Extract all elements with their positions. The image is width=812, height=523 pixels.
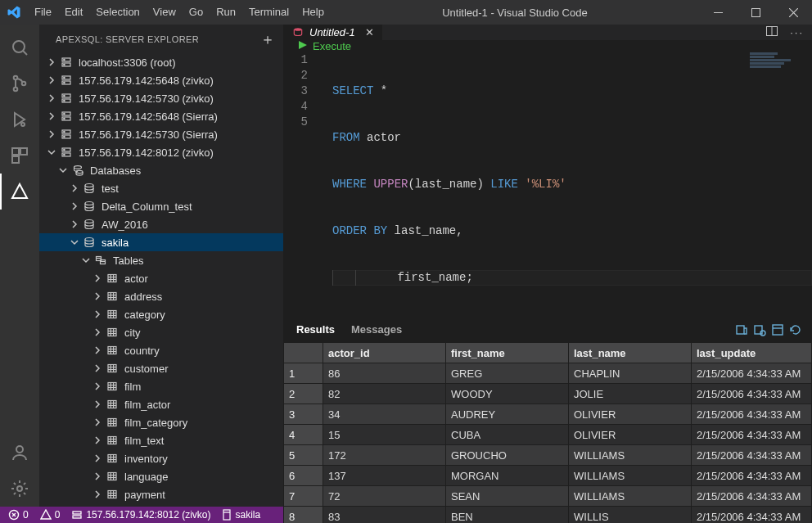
table-address[interactable]: address [39,287,283,305]
table-language[interactable]: language [39,467,283,485]
cell[interactable]: CHAPLIN [569,363,692,384]
results-grid[interactable]: actor_idfirst_namelast_namelast_update 1… [283,342,812,523]
cell[interactable]: 2/15/2006 4:34:33 AM [692,466,812,486]
activity-settings-icon[interactable] [0,471,39,507]
cell[interactable]: WOODY [446,384,569,404]
close-icon[interactable]: ✕ [365,26,374,38]
cell[interactable]: 72 [323,486,446,507]
server-explorer-tree[interactable]: localhost:3306 (root)157.56.179.142:5648… [39,53,283,507]
menu-edit[interactable]: Edit [58,0,89,25]
cell[interactable]: 86 [323,363,446,384]
server-4[interactable]: 157.56.179.142:5730 (Sierra) [39,125,283,143]
activity-explorer-icon[interactable] [0,29,39,65]
table-film_actor[interactable]: film_actor [39,395,283,413]
cell[interactable]: SEAN [446,486,569,507]
column-header-last_update[interactable]: last_update [692,343,812,363]
database-Delta_Column_test[interactable]: Delta_Column_test [39,197,283,215]
cell[interactable]: 137 [323,466,446,486]
database-AW_2016[interactable]: AW_2016 [39,215,283,233]
menu-go[interactable]: Go [183,0,210,25]
export-icon-3[interactable] [771,323,784,336]
status-errors[interactable]: 0 [8,509,29,521]
column-header-actor_id[interactable]: actor_id [323,343,446,363]
table-category[interactable]: category [39,305,283,323]
cell[interactable]: WILLIAMS [569,466,692,486]
execute-button[interactable]: Execute [313,40,351,52]
maximize-button[interactable] [737,0,774,25]
table-row[interactable]: 334AUDREYOLIVIER2/15/2006 4:34:33 AM [284,404,812,425]
cell[interactable]: 2/15/2006 4:34:33 AM [692,404,812,425]
add-connection-button[interactable]: ＋ [260,32,275,47]
table-row[interactable]: 282WOODYJOLIE2/15/2006 4:34:33 AM [284,384,812,404]
table-payment[interactable]: payment [39,485,283,503]
menu-file[interactable]: File [28,0,58,25]
activity-accounts-icon[interactable] [0,435,39,471]
status-database[interactable]: sakila [222,509,260,521]
cell[interactable]: 2/15/2006 4:34:33 AM [692,363,812,384]
cell[interactable]: 2/15/2006 4:34:33 AM [692,384,812,404]
cell[interactable]: CUBA [446,425,569,445]
cell[interactable]: BEN [446,507,569,524]
status-connection[interactable]: 157.56.179.142:8012 (zivko) [71,509,210,521]
cell[interactable]: WILLIAMS [569,445,692,466]
table-row[interactable]: 5172GROUCHOWILLIAMS2/15/2006 4:34:33 AM [284,445,812,466]
tab-messages[interactable]: Messages [343,318,410,342]
table-row[interactable]: 883BENWILLIS2/15/2006 4:34:33 AM [284,507,812,524]
table-inventory[interactable]: inventory [39,449,283,467]
table-film_text[interactable]: film_text [39,431,283,449]
column-header-last_name[interactable]: last_name [569,343,692,363]
menu-terminal[interactable]: Terminal [242,0,295,25]
cell[interactable]: GREG [446,363,569,384]
cell[interactable]: 82 [323,384,446,404]
menu-help[interactable]: Help [295,0,331,25]
table-row[interactable]: 772SEANWILLIAMS2/15/2006 4:34:33 AM [284,486,812,507]
cell[interactable]: OLIVIER [569,425,692,445]
editor-tab-untitled-1[interactable]: Untitled-1 ✕ [283,25,383,40]
menu-run[interactable]: Run [210,0,242,25]
table-film[interactable]: film [39,377,283,395]
cell[interactable]: JOLIE [569,384,692,404]
table-actor[interactable]: actor [39,269,283,287]
activity-extensions-icon[interactable] [0,138,39,174]
cell[interactable]: WILLIS [569,507,692,524]
table-film_category[interactable]: film_category [39,413,283,431]
cell[interactable]: OLIVIER [569,404,692,425]
server-5[interactable]: 157.56.179.142:8012 (zivko) [39,143,283,161]
column-header-first_name[interactable]: first_name [446,343,569,363]
table-row[interactable]: 6137MORGANWILLIAMS2/15/2006 4:34:33 AM [284,466,812,486]
play-icon[interactable] [298,40,308,52]
status-warnings[interactable]: 0 [40,509,61,521]
close-button[interactable] [774,0,812,25]
cell[interactable]: 15 [323,425,446,445]
cell[interactable]: MORGAN [446,466,569,486]
cell[interactable]: GROUCHO [446,445,569,466]
server-1[interactable]: 157.56.179.142:5648 (zivko) [39,71,283,89]
table-city[interactable]: city [39,323,283,341]
cell[interactable]: 83 [323,507,446,524]
tab-results[interactable]: Results [288,318,343,342]
activity-apexsql-icon[interactable] [0,174,39,210]
server-2[interactable]: 157.56.179.142:5730 (zivko) [39,89,283,107]
server-3[interactable]: 157.56.179.142:5648 (Sierra) [39,107,283,125]
export-icon-2[interactable] [753,323,766,336]
table-row[interactable]: 415CUBAOLIVIER2/15/2006 4:34:33 AM [284,425,812,445]
menu-selection[interactable]: Selection [89,0,146,25]
activity-run-icon[interactable] [0,101,39,138]
database-test[interactable]: test [39,179,283,197]
database-sakila[interactable]: sakila [39,233,283,251]
cell[interactable]: 172 [323,445,446,466]
databases-folder[interactable]: Databases [39,161,283,179]
table-country[interactable]: country [39,341,283,359]
server-0[interactable]: localhost:3306 (root) [39,53,283,71]
tables-folder[interactable]: Tables [39,251,283,269]
split-editor-icon[interactable] [765,25,778,40]
cell[interactable]: WILLIAMS [569,486,692,507]
cell[interactable]: 2/15/2006 4:34:33 AM [692,425,812,445]
table-customer[interactable]: customer [39,359,283,377]
export-icon[interactable] [735,323,748,336]
cell[interactable]: 34 [323,404,446,425]
minimize-button[interactable] [699,0,737,25]
minimap[interactable] [750,52,799,70]
cell[interactable]: 2/15/2006 4:34:33 AM [692,445,812,466]
cell[interactable]: 2/15/2006 4:34:33 AM [692,486,812,507]
